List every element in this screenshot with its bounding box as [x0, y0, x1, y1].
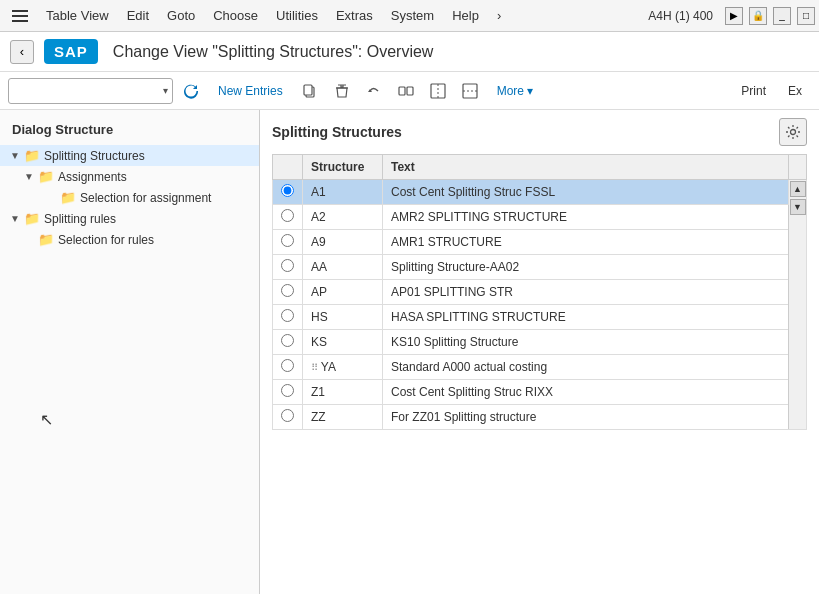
move-btn[interactable]: [392, 77, 420, 105]
row-radio[interactable]: [281, 309, 294, 322]
table-row[interactable]: KSKS10 Splitting Structure: [273, 330, 807, 355]
radio-cell[interactable]: [273, 280, 303, 305]
radio-cell[interactable]: [273, 180, 303, 205]
maximize-btn[interactable]: □: [797, 7, 815, 25]
scroll-up-btn[interactable]: ▲: [790, 181, 806, 197]
move-icon: [398, 83, 414, 99]
row-radio[interactable]: [281, 359, 294, 372]
radio-cell[interactable]: [273, 405, 303, 430]
menu-bar-right: A4H (1) 400 ▶ 🔒 _ □: [642, 7, 815, 25]
row-radio[interactable]: [281, 184, 294, 197]
menu-choose[interactable]: Choose: [205, 4, 266, 27]
sidebar-item-selection-for-rules[interactable]: 📁 Selection for rules: [0, 229, 259, 250]
folder-icon: 📁: [60, 190, 76, 205]
folder-icon: 📁: [38, 169, 54, 184]
sidebar-item-assignments[interactable]: ▼ 📁 Assignments: [0, 166, 259, 187]
menu-table-view[interactable]: Table View: [38, 4, 117, 27]
split1-btn[interactable]: [424, 77, 452, 105]
title-bar: ‹ SAP Change View "Splitting Structures"…: [0, 32, 819, 72]
text-cell: AP01 SPLITTING STR: [383, 280, 789, 305]
copy-icon: [302, 83, 318, 99]
new-entries-label: New Entries: [218, 84, 283, 98]
section-title-text: Splitting Structures: [272, 124, 402, 140]
structure-cell: Z1: [303, 380, 383, 405]
row-radio[interactable]: [281, 234, 294, 247]
table-row[interactable]: HSHASA SPLITTING STRUCTURE: [273, 305, 807, 330]
row-radio[interactable]: [281, 259, 294, 272]
ex-btn[interactable]: Ex: [779, 80, 811, 102]
undo-btn[interactable]: [360, 77, 388, 105]
section-header: Splitting Structures: [272, 118, 807, 146]
select-dropdown-icon[interactable]: ▾: [163, 85, 168, 96]
print-btn[interactable]: Print: [732, 80, 775, 102]
menu-goto[interactable]: Goto: [159, 4, 203, 27]
sidebar-title: Dialog Structure: [0, 118, 259, 145]
row-radio[interactable]: [281, 384, 294, 397]
row-radio[interactable]: [281, 334, 294, 347]
scroll-down-btn[interactable]: ▼: [790, 199, 806, 215]
col-header-structure: Structure: [303, 155, 383, 180]
menu-edit[interactable]: Edit: [119, 4, 157, 27]
delete-btn[interactable]: [328, 77, 356, 105]
radio-cell[interactable]: [273, 230, 303, 255]
minimize-btn[interactable]: _: [773, 7, 791, 25]
menu-help[interactable]: Help: [444, 4, 487, 27]
menu-system[interactable]: System: [383, 4, 442, 27]
table-row[interactable]: A1Cost Cent Splitting Struc FSSL▲▼: [273, 180, 807, 205]
radio-cell[interactable]: [273, 355, 303, 380]
menu-utilities[interactable]: Utilities: [268, 4, 326, 27]
radio-cell[interactable]: [273, 205, 303, 230]
more-btn[interactable]: More ▾: [488, 80, 542, 102]
settings-btn[interactable]: [779, 118, 807, 146]
table-row[interactable]: ZZFor ZZ01 Splitting structure: [273, 405, 807, 430]
svg-rect-4: [431, 84, 445, 98]
toolbar-select-input[interactable]: [13, 84, 163, 98]
refresh-btn[interactable]: [177, 77, 205, 105]
table-row[interactable]: Z1Cost Cent Splitting Struc RIXX: [273, 380, 807, 405]
text-cell: KS10 Splitting Structure: [383, 330, 789, 355]
sidebar-item-splitting-rules[interactable]: ▼ 📁 Splitting rules: [0, 208, 259, 229]
toolbar-select-wrapper[interactable]: ▾: [8, 78, 173, 104]
text-cell: HASA SPLITTING STRUCTURE: [383, 305, 789, 330]
structure-cell: AA: [303, 255, 383, 280]
radio-cell[interactable]: [273, 305, 303, 330]
structure-cell: HS: [303, 305, 383, 330]
more-label: More: [497, 84, 524, 98]
toggle-icon: ▼: [22, 171, 36, 182]
data-table: Structure Text A1Cost Cent Splitting Str…: [272, 154, 807, 430]
table-row[interactable]: AASplitting Structure-AA02: [273, 255, 807, 280]
new-entries-btn[interactable]: New Entries: [209, 80, 292, 102]
radio-cell[interactable]: [273, 330, 303, 355]
menu-more-arrow[interactable]: ›: [489, 4, 509, 27]
toolbar-right: Print Ex: [732, 80, 811, 102]
table-row[interactable]: APAP01 SPLITTING STR: [273, 280, 807, 305]
radio-cell[interactable]: [273, 255, 303, 280]
lock-btn[interactable]: 🔒: [749, 7, 767, 25]
sidebar-label: Splitting Structures: [44, 149, 145, 163]
row-radio[interactable]: [281, 209, 294, 222]
more-arrow-icon: ▾: [527, 84, 533, 98]
split1-icon: [430, 83, 446, 99]
table-row[interactable]: ⠿ YAStandard A000 actual costing: [273, 355, 807, 380]
sidebar: Dialog Structure ▼ 📁 Splitting Structure…: [0, 110, 260, 594]
split2-btn[interactable]: [456, 77, 484, 105]
settings-icon: [785, 124, 801, 140]
menu-extras[interactable]: Extras: [328, 4, 381, 27]
table-row[interactable]: A2AMR2 SPLITTING STRUCTURE: [273, 205, 807, 230]
folder-icon: 📁: [38, 232, 54, 247]
sidebar-item-selection-for-assignment[interactable]: 📁 Selection for assignment: [0, 187, 259, 208]
restore-btn[interactable]: ▶: [725, 7, 743, 25]
sidebar-item-splitting-structures[interactable]: ▼ 📁 Splitting Structures: [0, 145, 259, 166]
hamburger-menu[interactable]: [4, 4, 36, 28]
copy-btn[interactable]: [296, 77, 324, 105]
svg-rect-5: [463, 84, 477, 98]
row-radio[interactable]: [281, 409, 294, 422]
col-header-radio: [273, 155, 303, 180]
drag-handle-icon: ⠿: [311, 362, 321, 373]
col-header-text: Text: [383, 155, 789, 180]
table-row[interactable]: A9AMR1 STRUCTURE: [273, 230, 807, 255]
radio-cell[interactable]: [273, 380, 303, 405]
back-button[interactable]: ‹: [10, 40, 34, 64]
col-header-scroll: [789, 155, 807, 180]
row-radio[interactable]: [281, 284, 294, 297]
